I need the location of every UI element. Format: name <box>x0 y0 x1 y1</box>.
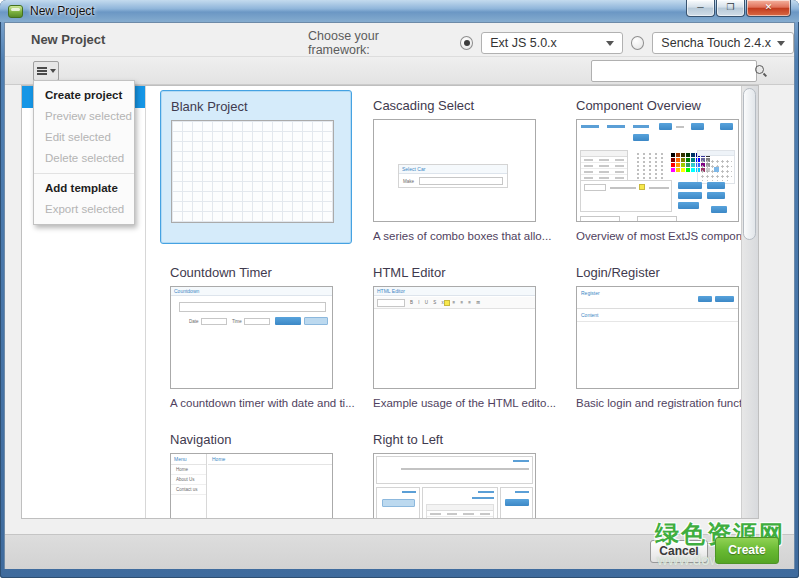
palette-swatch <box>691 168 695 172</box>
project-menu-dropdown: Create project Preview selected Edit sel… <box>33 80 135 225</box>
framework-chooser: Choose your framework: Ext JS 5.0.x Senc… <box>308 29 794 57</box>
palette-swatch <box>691 153 695 157</box>
palette-swatch <box>686 158 690 162</box>
palette-swatch <box>681 168 685 172</box>
page-title: New Project <box>31 32 105 47</box>
template-thumbnail: Menu Home About Us Contact us Home Home … <box>170 453 333 519</box>
mini-login-button <box>698 296 712 302</box>
palette-swatch <box>671 168 675 172</box>
menu-separator <box>34 173 134 174</box>
window-title: New Project <box>30 4 95 18</box>
mini-top-panel <box>376 456 533 484</box>
palette-swatch <box>686 153 690 157</box>
menu-item-export-selected[interactable]: Export selected <box>34 199 134 220</box>
mini-table <box>426 504 494 519</box>
template-thumbnail <box>373 453 536 519</box>
mini-link <box>478 491 494 493</box>
minimize-button[interactable]: ─ <box>686 0 715 17</box>
mini-editor-panel <box>580 180 672 212</box>
close-button[interactable]: ✕ <box>746 0 791 17</box>
scrollbar-thumb[interactable] <box>743 88 756 240</box>
mini-link <box>515 491 529 493</box>
mini-toolbar-icons <box>649 187 669 189</box>
mini-form-panel: Select Car Make <box>398 164 508 188</box>
template-name: HTML Editor <box>373 265 545 280</box>
template-description: A series of combo boxes that allo... <box>373 230 545 242</box>
menu-item-add-template[interactable]: Add template <box>34 178 134 199</box>
palette-swatch <box>676 163 680 167</box>
cancel-button[interactable]: Cancel <box>650 540 708 563</box>
mini-toolbar-icons <box>610 187 636 189</box>
mini-button <box>633 134 649 141</box>
palette-swatch <box>681 158 685 162</box>
mini-combo <box>419 177 503 185</box>
mini-field <box>580 216 620 222</box>
mini-button <box>678 202 699 209</box>
mini-panel-title: HTML Editor <box>374 287 535 296</box>
search-input[interactable] <box>592 62 755 80</box>
mini-time-field <box>244 318 270 325</box>
template-thumbnail: Countdown Date Time <box>170 286 333 389</box>
mini-calendar-selected-day <box>714 167 719 172</box>
template-tile-html-editor[interactable]: HTML Editor HTML Editor B I U S x² ≡ ≡ ≡… <box>363 257 555 411</box>
mini-link <box>472 497 494 499</box>
sencha-touch-version-value: Sencha Touch 2.4.x <box>661 36 771 50</box>
template-tile-login-register[interactable]: Login/Register Register Content Basic lo… <box>566 257 758 411</box>
template-tile-blank-project[interactable]: Blank Project <box>160 90 352 244</box>
template-thumbnail-blank-grid <box>171 120 334 223</box>
template-tile-component-overview[interactable]: Component Overview <box>566 90 758 244</box>
mini-divider <box>577 308 738 309</box>
mini-button <box>659 123 672 130</box>
mini-menu-item: Contact us <box>171 485 206 495</box>
mini-button <box>678 192 702 199</box>
template-name: Login/Register <box>576 265 748 280</box>
mini-text <box>633 125 649 128</box>
create-button[interactable]: Create <box>715 537 779 564</box>
mini-link <box>513 460 529 462</box>
menu-item-delete-selected[interactable]: Delete selected <box>34 148 134 169</box>
menu-item-edit-selected[interactable]: Edit selected <box>34 127 134 148</box>
mini-button <box>707 182 725 189</box>
project-menu-button[interactable] <box>33 61 59 81</box>
mini-time-label: Time <box>232 319 242 324</box>
template-name: Blank Project <box>171 99 341 114</box>
mini-button <box>720 123 733 130</box>
template-description: Basic login and registration functi... <box>576 397 748 409</box>
palette-swatch <box>676 158 680 162</box>
template-tile-navigation[interactable]: Navigation Menu Home About Us Contact us… <box>160 424 352 519</box>
mini-font-combo <box>584 184 606 191</box>
mini-link <box>402 491 416 493</box>
mini-panel-title: Register <box>581 290 600 296</box>
template-name: Countdown Timer <box>170 265 342 280</box>
radio-sencha-touch[interactable] <box>631 36 645 50</box>
menu-item-create-project[interactable]: Create project <box>34 85 134 106</box>
vertical-scrollbar[interactable] <box>741 86 758 518</box>
palette-swatch <box>671 158 675 162</box>
mini-panel-title: Select Car <box>399 165 507 174</box>
radio-extjs[interactable] <box>460 36 474 50</box>
template-tile-cascading-select[interactable]: Cascading Select Select Car Make A serie… <box>363 90 555 244</box>
palette-swatch <box>676 153 680 157</box>
template-grid: Blank Project Cascading Select Select Ca… <box>160 90 759 519</box>
mini-field <box>637 216 677 222</box>
mini-divider <box>208 464 332 465</box>
mini-rtl-text <box>401 468 529 470</box>
hamburger-icon <box>37 67 47 75</box>
template-description: A countdown timer with date and ti... <box>170 397 342 409</box>
mini-field-label: Make <box>403 179 414 184</box>
extjs-version-select[interactable]: Ext JS 5.0.x <box>481 32 623 54</box>
mini-menu-title: Menu <box>171 454 206 465</box>
menu-item-preview-selected[interactable]: Preview selected <box>34 106 134 127</box>
sencha-touch-version-select[interactable]: Sencha Touch 2.4.x <box>652 32 794 54</box>
template-description: Example usage of the HTML edito... <box>373 397 545 409</box>
mini-highlight-swatch <box>444 300 450 306</box>
template-name: Cascading Select <box>373 98 545 113</box>
template-tile-right-to-left[interactable]: Right to Left <box>363 424 555 519</box>
mini-button <box>707 192 725 199</box>
mini-text <box>581 125 599 128</box>
maximize-button[interactable]: ❐ <box>716 0 745 17</box>
template-tile-countdown-timer[interactable]: Countdown Timer Countdown Date Time A co… <box>160 257 352 411</box>
app-icon <box>8 5 23 18</box>
palette-swatch <box>686 168 690 172</box>
app-window: New Project ─ ❐ ✕ New Project Choose you… <box>0 0 799 578</box>
